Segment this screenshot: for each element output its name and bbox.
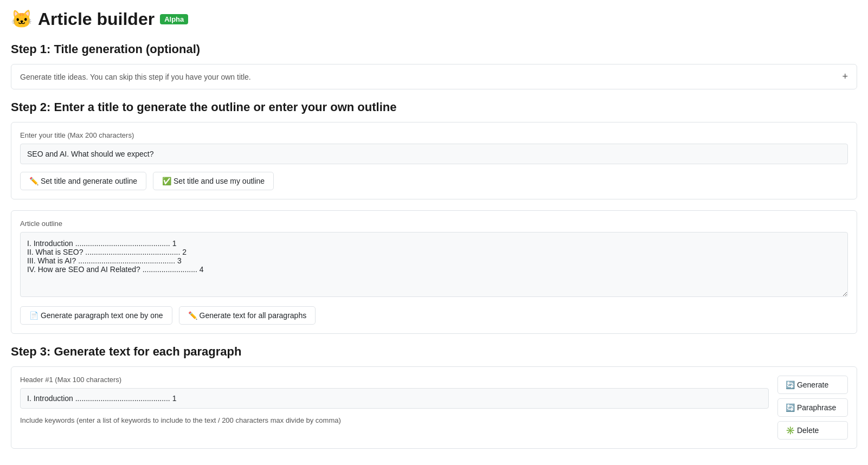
step1-collapsible-text: Generate title ideas. You can skip this … xyxy=(20,73,251,81)
step2-outline-card: Article outline I. Introduction ........… xyxy=(11,210,857,334)
step1-heading: Step 1: Title generation (optional) xyxy=(11,42,857,56)
para-actions-1: 🔄 Generate 🔄 Paraphrase ✳️ Delete xyxy=(777,376,848,440)
title-field-label: Enter your title (Max 200 characters) xyxy=(20,131,848,139)
outline-label: Article outline xyxy=(20,219,848,228)
generate-btn[interactable]: 🔄 Generate xyxy=(777,376,848,394)
app-logo: 🐱 xyxy=(11,9,33,29)
step2-heading: Step 2: Enter a title to generate the ou… xyxy=(11,100,857,114)
para-row-1: Header #1 (Max 100 characters) Include k… xyxy=(20,376,848,440)
step3-heading: Step 3: Generate text for each paragraph xyxy=(11,345,857,359)
app-title: Article builder xyxy=(38,9,155,29)
set-title-generate-btn[interactable]: ✏️ Set title and generate outline xyxy=(20,172,146,190)
title-input[interactable] xyxy=(20,144,848,164)
outline-textarea[interactable]: I. Introduction ........................… xyxy=(20,232,848,297)
para-header-input[interactable] xyxy=(20,388,769,409)
set-title-outline-btn[interactable]: ✅ Set title and use my outline xyxy=(153,172,274,190)
paragraph-card-1: Header #1 (Max 100 characters) Include k… xyxy=(11,366,857,449)
step2-title-card: Enter your title (Max 200 characters) ✏️… xyxy=(11,122,857,199)
step1-collapsible[interactable]: Generate title ideas. You can skip this … xyxy=(11,64,857,89)
generate-paragraph-one-btn[interactable]: 📄 Generate paragraph text one by one xyxy=(20,306,172,325)
generate-btn-row: 📄 Generate paragraph text one by one ✏️ … xyxy=(20,306,848,325)
step1-expand-icon: + xyxy=(842,71,848,82)
delete-btn[interactable]: ✳️ Delete xyxy=(777,421,848,440)
keywords-label: Include keywords (enter a list of keywor… xyxy=(20,416,769,424)
paraphrase-btn[interactable]: 🔄 Paraphrase xyxy=(777,398,848,417)
generate-all-paragraphs-btn[interactable]: ✏️ Generate text for all paragraphs xyxy=(179,306,316,325)
alpha-badge: Alpha xyxy=(160,14,188,24)
app-header: 🐱 Article builder Alpha xyxy=(11,9,857,29)
step3-section: Step 3: Generate text for each paragraph… xyxy=(11,345,857,449)
para-header-label: Header #1 (Max 100 characters) xyxy=(20,376,769,384)
para-main-1: Header #1 (Max 100 characters) Include k… xyxy=(20,376,769,427)
step2-btn-row: ✏️ Set title and generate outline ✅ Set … xyxy=(20,172,848,190)
